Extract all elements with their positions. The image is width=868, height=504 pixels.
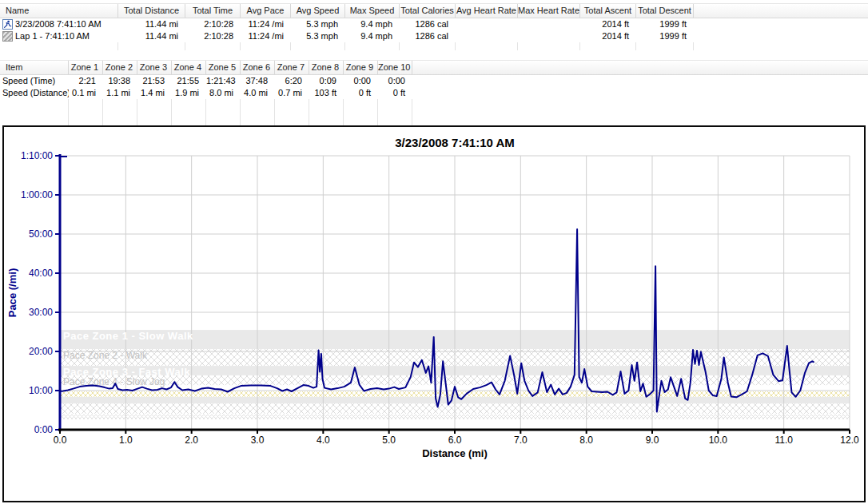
zone-column-header-zone-5[interactable]: Zone 5 (206, 61, 241, 74)
summary-row-label: Lap 1 - 7:41:10 AM (15, 30, 90, 42)
x-tick-label: 3.0 (251, 435, 265, 446)
summary-row-label: 3/23/2008 7:41:10 AM (15, 18, 102, 30)
pace-zone-label: Pace Zone 1 - Slow Walk (63, 330, 193, 342)
summary-cell: 5.3 mph (291, 18, 345, 30)
zone-cell: 0.7 mi (275, 87, 309, 99)
y-tick-label: 30:00 (29, 307, 53, 318)
summary-column-header-total-time[interactable]: Total Time (185, 4, 241, 18)
summary-header-filler (694, 4, 868, 18)
pace-chart-panel: Pace Zone 1 - Slow WalkPace Zone 2 - Wal… (2, 125, 866, 502)
x-tick-label: 1.0 (119, 435, 133, 446)
zone-table-row[interactable]: Speed (Distance)0.1 mi1.1 mi1.4 mi1.9 mi… (0, 87, 868, 99)
x-tick-label: 0.0 (54, 435, 67, 446)
summary-cell: 2:10:28 (185, 30, 241, 42)
summary-cell: 1999 ft (636, 18, 694, 30)
zone-cell: 1:21:43 (206, 75, 241, 87)
zone-cell: 0:00 (378, 75, 412, 87)
summary-column-header-avg-speed[interactable]: Avg Speed (291, 4, 345, 18)
zone-table-row[interactable]: Speed (Time)2:2119:3821:5321:551:21:4337… (0, 75, 868, 87)
zone-column-header-zone-3[interactable]: Zone 3 (137, 61, 172, 74)
zone-column-header-zone-7[interactable]: Zone 7 (275, 61, 309, 74)
summary-cell: 2014 ft (580, 18, 636, 30)
zone-cell: 1.4 mi (137, 87, 172, 99)
zone-cell: 0:00 (344, 75, 378, 87)
y-tick-label: 10:00 (29, 385, 53, 396)
y-axis-label: Pace (/mi) (6, 268, 18, 317)
summary-column-header-total-distance[interactable]: Total Distance (118, 4, 185, 18)
x-tick-label: 4.0 (317, 435, 330, 446)
summary-cell: 11:24 /mi (241, 30, 291, 42)
x-tick-label: 6.0 (448, 435, 462, 446)
x-tick-label: 12.0 (840, 435, 859, 446)
summary-cell: 9.4 mph (345, 18, 400, 30)
summary-table-row[interactable]: 3/23/2008 7:41:10 AM11.44 mi2:10:2811:24… (0, 18, 868, 30)
zone-column-header-zone-8[interactable]: Zone 8 (309, 61, 344, 74)
summary-column-header-max-heart-rate[interactable]: Max Heart Rate (518, 4, 580, 18)
summary-column-header-total-descent[interactable]: Total Descent (636, 4, 694, 18)
summary-column-header-max-speed[interactable]: Max Speed (345, 4, 400, 18)
pace-zone-label: Pace Zone 2 - Walk (63, 350, 148, 361)
zone-cell: 37:48 (241, 75, 275, 87)
x-tick-label: 9.0 (646, 435, 659, 446)
y-tick-label: 40:00 (29, 268, 53, 279)
zone-row-label: Speed (Distance) (2, 87, 69, 99)
zone-row-label: Speed (Time) (2, 75, 55, 87)
zone-column-header-zone-4[interactable]: Zone 4 (172, 61, 206, 74)
x-tick-label: 5.0 (382, 435, 396, 446)
zone-cell: 0 ft (378, 87, 412, 99)
x-axis-label: Distance (mi) (422, 447, 488, 459)
lap-icon (2, 31, 13, 42)
zone-header-filler (412, 61, 868, 74)
zone-cell: 103 ft (309, 87, 344, 99)
summary-table-row[interactable]: Lap 1 - 7:41:10 AM11.44 mi2:10:2811:24 /… (0, 30, 868, 42)
summary-column-header-total-ascent[interactable]: Total Ascent (580, 4, 636, 18)
summary-cell (518, 30, 580, 42)
summary-cell: 11:24 /mi (241, 18, 291, 30)
x-tick-label: 7.0 (514, 435, 528, 446)
summary-cell (518, 18, 580, 30)
summary-cell: 2014 ft (580, 30, 636, 42)
zone-cell: 4.0 mi (241, 87, 275, 99)
zone-cell: 19:38 (103, 75, 137, 87)
summary-cell: 2:10:28 (185, 18, 241, 30)
zone-empty-row (0, 99, 868, 125)
x-tick-label: 8.0 (579, 435, 593, 446)
summary-cell: 1286 cal (400, 30, 456, 42)
summary-empty-row (0, 42, 868, 50)
zone-column-header-zone-2[interactable]: Zone 2 (103, 61, 137, 74)
zone-column-header-zone-6[interactable]: Zone 6 (241, 61, 275, 74)
summary-cell (456, 30, 518, 42)
summary-column-header-total-calories[interactable]: Total Calories (400, 4, 456, 18)
zone-cell: 0 ft (344, 87, 378, 99)
summary-cell (456, 18, 518, 30)
summary-cell: 1286 cal (400, 18, 456, 30)
summary-column-header-avg-heart-rate[interactable]: Avg Heart Rate (456, 4, 518, 18)
summary-cell: 1999 ft (636, 30, 694, 42)
zone-cell: 2:21 (69, 75, 103, 87)
zone-cell: 8.0 mi (206, 87, 241, 99)
chart-title: 3/23/2008 7:41:10 AM (395, 136, 515, 149)
summary-column-header-avg-pace[interactable]: Avg Pace (241, 4, 291, 18)
activity-report-window: NameTotal DistanceTotal TimeAvg PaceAvg … (0, 0, 868, 504)
y-tick-label: 20:00 (29, 346, 53, 357)
summary-cell: 11.44 mi (118, 18, 185, 30)
y-tick-label: 50:00 (29, 228, 53, 240)
summary-cell: 9.4 mph (345, 30, 400, 42)
pace-zone-table: ItemZone 1Zone 2Zone 3Zone 4Zone 5Zone 6… (0, 60, 868, 125)
zone-cell: 21:53 (137, 75, 172, 87)
summary-cell: 5.3 mph (291, 30, 345, 42)
runner-icon (2, 19, 13, 30)
zone-column-header-zone-10[interactable]: Zone 10 (378, 61, 412, 74)
zone-column-header-zone-9[interactable]: Zone 9 (344, 61, 378, 74)
y-tick-label: 0:00 (34, 424, 54, 435)
zone-column-header-item[interactable]: Item (0, 61, 69, 74)
activity-summary-table: NameTotal DistanceTotal TimeAvg PaceAvg … (0, 3, 868, 50)
x-tick-label: 11.0 (774, 435, 793, 446)
zone-cell: 1.9 mi (172, 87, 206, 99)
zone-cell: 6:20 (275, 75, 309, 87)
zone-cell: 1.1 mi (103, 87, 137, 99)
pace-chart: Pace Zone 1 - Slow WalkPace Zone 2 - Wal… (4, 127, 864, 501)
summary-column-header-name[interactable]: Name (0, 4, 118, 18)
zone-column-header-zone-1[interactable]: Zone 1 (69, 61, 103, 74)
zone-cell: 0:09 (309, 75, 344, 87)
